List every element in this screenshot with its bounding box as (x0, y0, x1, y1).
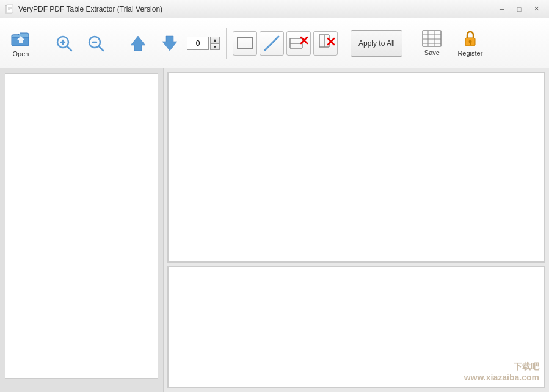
delete-row-button[interactable] (286, 31, 311, 56)
draw-line-icon (263, 35, 280, 52)
svg-line-13 (99, 46, 103, 51)
page-input-group: 0 ▲ ▼ (187, 37, 220, 50)
zoom-in-icon (55, 34, 73, 53)
close-button[interactable]: ✕ (528, 2, 544, 16)
separator-4 (344, 28, 344, 59)
zoom-in-button[interactable] (49, 31, 79, 56)
minimize-button[interactable]: ─ (494, 2, 510, 16)
draw-rect-button[interactable] (233, 31, 257, 56)
page-spin-down[interactable]: ▼ (210, 43, 220, 50)
arrow-up-icon (129, 34, 147, 53)
svg-rect-32 (423, 31, 441, 46)
apply-to-all-button[interactable]: Apply to All (351, 30, 402, 57)
open-button[interactable]: Open (5, 26, 37, 60)
separator-5 (409, 28, 409, 59)
svg-marker-14 (131, 36, 145, 51)
toolbar: Open 0 ▲ (0, 18, 549, 68)
zoom-out-icon (87, 34, 105, 53)
draw-rect-icon (236, 37, 253, 50)
separator-1 (43, 28, 43, 59)
pdf-preview-area[interactable] (167, 72, 545, 263)
page-spin-up[interactable]: ▲ (210, 37, 220, 43)
page-number-input[interactable]: 0 (187, 37, 209, 50)
delete-row-icon (289, 34, 308, 53)
maximize-button[interactable]: □ (511, 2, 527, 16)
table-data-area[interactable]: 下载吧 www.xiazaiba.com (167, 266, 545, 388)
left-panel[interactable] (0, 68, 164, 392)
delete-col-button[interactable] (313, 31, 338, 56)
save-button[interactable]: Save (415, 27, 448, 59)
open-label: Open (13, 50, 29, 57)
register-icon (461, 29, 479, 48)
watermark: 下载吧 www.xiazaiba.com (464, 361, 539, 382)
watermark-line2: www.xiazaiba.com (464, 372, 539, 382)
app-title: VeryPDF PDF Table Extractor (Trial Versi… (18, 5, 162, 13)
svg-rect-1 (7, 5, 13, 13)
register-label: Register (457, 49, 482, 57)
prev-page-button[interactable] (123, 31, 153, 56)
open-icon (10, 29, 31, 48)
zoom-out-button[interactable] (81, 31, 111, 56)
svg-marker-15 (162, 36, 177, 51)
watermark-line1: 下载吧 (464, 361, 539, 372)
svg-point-39 (468, 40, 471, 43)
separator-2 (117, 28, 117, 59)
save-icon (422, 30, 442, 47)
draw-line-button[interactable] (260, 31, 284, 56)
delete-col-icon (316, 34, 335, 53)
title-bar: VeryPDF PDF Table Extractor (Trial Versi… (0, 0, 549, 18)
right-panel: 下载吧 www.xiazaiba.com (164, 68, 549, 392)
svg-line-17 (265, 37, 278, 50)
main-content: 下载吧 www.xiazaiba.com (0, 68, 549, 392)
save-label: Save (424, 49, 440, 56)
title-bar-left: VeryPDF PDF Table Extractor (Trial Versi… (5, 4, 162, 14)
page-spin-buttons: ▲ ▼ (210, 37, 220, 50)
register-button[interactable]: Register (451, 26, 489, 60)
arrow-down-icon (161, 34, 179, 53)
svg-line-10 (67, 46, 71, 51)
svg-rect-16 (238, 38, 252, 49)
page-thumbnail (5, 73, 158, 379)
app-icon (5, 4, 15, 14)
separator-3 (226, 28, 227, 59)
title-bar-controls: ─ □ ✕ (494, 2, 544, 16)
next-page-button[interactable] (155, 31, 184, 56)
